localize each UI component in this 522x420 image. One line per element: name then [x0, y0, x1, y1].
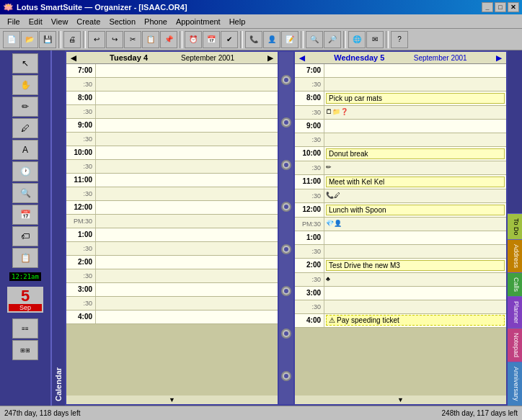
wed-event-1030[interactable]: ✏ — [324, 161, 506, 174]
tb-filter[interactable]: 🔎 — [324, 31, 341, 48]
tool-note[interactable]: 📋 — [12, 248, 38, 268]
tool-pencil[interactable]: ✏ — [12, 97, 38, 117]
wednesday-next-arrow[interactable]: ▶ — [496, 54, 502, 62]
wed-event-330[interactable] — [324, 300, 506, 313]
tuesday-slot-900[interactable]: 9:00 — [66, 119, 278, 133]
tab-address[interactable]: Address — [508, 239, 522, 272]
tb-undo[interactable]: ↩ — [88, 31, 105, 48]
wed-event-930[interactable] — [324, 133, 506, 146]
wed-event-130[interactable] — [324, 245, 506, 258]
calendar-section-tab[interactable]: Calendar — [50, 50, 65, 406]
event-meet-kel[interactable]: Meet with Kel Kel — [326, 177, 505, 187]
tb-phone[interactable]: 📞 — [245, 31, 262, 48]
event-area-tue-400[interactable] — [95, 310, 278, 323]
wed-event-830[interactable]: 🗒📁❓ — [324, 106, 506, 119]
tab-notepad[interactable]: Notepad — [508, 328, 522, 362]
wed-slot-330[interactable]: :30 — [295, 300, 506, 314]
event-area-tue-830[interactable] — [95, 105, 278, 118]
tuesday-down-arrow[interactable]: ▼ — [66, 396, 278, 404]
tb-contact[interactable]: 👤 — [263, 31, 280, 48]
event-area-tue-330[interactable] — [95, 297, 278, 310]
tab-todo[interactable]: To Do — [508, 213, 522, 240]
maximize-button[interactable]: □ — [495, 2, 506, 12]
tuesday-slot-400[interactable]: 4:00 — [66, 310, 278, 324]
todo-speeding-ticket[interactable]: ⚠ Pay speeding ticket — [326, 315, 505, 326]
event-area-tue-930[interactable] — [95, 133, 278, 146]
wed-slot-130[interactable]: :30 — [295, 245, 506, 259]
tool-text[interactable]: A — [12, 140, 38, 160]
tuesday-slot-1230[interactable]: PM:30 — [66, 215, 278, 228]
tb-web[interactable]: 🌐 — [348, 31, 366, 48]
tb-alarm[interactable]: ⏰ — [185, 31, 202, 48]
event-pickup-car-mats[interactable]: Pick up car mats — [326, 93, 505, 104]
tab-calls[interactable]: Calls — [508, 272, 522, 296]
wed-slot-900[interactable]: 9:00 — [295, 120, 506, 133]
event-area-tue-1130[interactable] — [95, 187, 278, 200]
wed-slot-200[interactable]: 2:00 Test Drive the new M3 — [295, 259, 506, 273]
event-area-tue-1230[interactable] — [95, 215, 278, 228]
tb-task[interactable]: 📝 — [281, 31, 298, 48]
wed-event-1230[interactable]: 💎👤 — [324, 218, 506, 231]
mini-calendar[interactable]: 5 Sep — [6, 285, 45, 314]
wed-slot-800[interactable]: 8:00 Pick up car mats — [295, 91, 506, 106]
tb-print[interactable]: 🖨 — [63, 31, 81, 48]
window-controls[interactable]: _ □ ✕ — [482, 2, 519, 12]
wed-slot-930[interactable]: :30 — [295, 133, 506, 147]
event-area-tue-900[interactable] — [95, 119, 278, 132]
event-area-tue-1200[interactable] — [95, 201, 278, 214]
tool-clock[interactable]: 🕐 — [12, 161, 38, 182]
event-area-tue-1000[interactable] — [95, 146, 278, 159]
wed-event-300[interactable] — [324, 287, 506, 300]
wednesday-prev-arrow[interactable]: ◀ — [299, 54, 305, 62]
event-area-tue-100[interactable] — [95, 228, 278, 241]
tuesday-slot-1200[interactable]: 12:00 — [66, 201, 278, 215]
minimize-button[interactable]: _ — [482, 2, 493, 12]
tool-category[interactable]: 🏷 — [12, 226, 38, 246]
menu-phone[interactable]: Phone — [140, 16, 172, 27]
tuesday-slot-200[interactable]: 2:00 — [66, 256, 278, 269]
wed-slot-1200[interactable]: 12:00 Lunch with Spoon — [295, 203, 506, 218]
menu-file[interactable]: File — [3, 16, 25, 27]
tab-anniversary[interactable]: Anniversary — [508, 362, 522, 406]
tuesday-slot-1130[interactable]: :30 — [66, 187, 278, 201]
tb-save[interactable]: 💾 — [39, 31, 56, 48]
wed-slot-1000[interactable]: 10:00 Donut break — [295, 147, 506, 161]
tuesday-slot-730[interactable]: :30 — [66, 78, 278, 91]
tuesday-slot-1000[interactable]: 10:00 — [66, 146, 278, 160]
tuesday-slot-130[interactable]: :30 — [66, 242, 278, 256]
wed-slot-830[interactable]: :30 🗒📁❓ — [295, 106, 506, 120]
close-button[interactable]: ✕ — [508, 2, 519, 12]
event-area-tue-1030[interactable] — [95, 160, 278, 173]
tb-copy[interactable]: 📋 — [142, 31, 159, 48]
wed-event-200[interactable]: Test Drive the new M3 — [324, 259, 506, 272]
tb-open[interactable]: 📂 — [21, 31, 38, 48]
tb-redo[interactable]: ↪ — [106, 31, 123, 48]
wed-slot-230[interactable]: :30 ♣ — [295, 273, 506, 287]
menu-view[interactable]: View — [47, 16, 73, 27]
wed-slot-100[interactable]: 1:00 — [295, 231, 506, 245]
event-area-tue-130[interactable] — [95, 242, 278, 255]
menu-section[interactable]: Section — [105, 16, 140, 27]
tb-calendar[interactable]: 📅 — [203, 31, 220, 48]
tb-paste[interactable]: 📌 — [160, 31, 177, 48]
tuesday-scroll[interactable]: 7:00 :30 8:00 :30 9:00 — [66, 64, 278, 396]
wed-event-400[interactable]: ⚠ Pay speeding ticket — [324, 314, 506, 327]
event-area-tue-730[interactable] — [95, 78, 278, 91]
tb-help[interactable]: ? — [391, 31, 408, 48]
event-test-drive[interactable]: Test Drive the new M3 — [326, 260, 505, 271]
tuesday-slot-300[interactable]: 3:00 — [66, 283, 278, 297]
tuesday-slot-330[interactable]: :30 — [66, 297, 278, 310]
menu-create[interactable]: Create — [72, 16, 105, 27]
wed-event-730[interactable] — [324, 78, 506, 91]
wed-slot-730[interactable]: :30 — [295, 78, 506, 91]
menu-edit[interactable]: Edit — [25, 16, 47, 27]
tool-list2[interactable]: ⊞⊞ — [12, 340, 38, 360]
wed-slot-400[interactable]: 4:00 ⚠ Pay speeding ticket — [295, 314, 506, 328]
menu-appointment[interactable]: Appointment — [172, 16, 225, 27]
tb-check[interactable]: ✔ — [221, 31, 238, 48]
tool-zoom[interactable]: 🔍 — [12, 183, 38, 203]
wed-event-800[interactable]: Pick up car mats — [324, 91, 506, 105]
wed-event-100[interactable] — [324, 231, 506, 244]
tool-date[interactable]: 📅 — [12, 205, 38, 225]
wed-slot-1030[interactable]: :30 ✏ — [295, 161, 506, 175]
